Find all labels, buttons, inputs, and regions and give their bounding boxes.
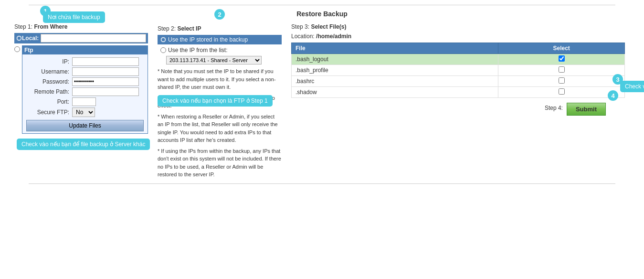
ftp-remotepath-row: Remote Path: / bbox=[26, 87, 144, 96]
step3-panel: Step 3: Select File(s) Location: /home/a… bbox=[286, 23, 630, 116]
note-3: * When restoring a Reseller or Admin, if… bbox=[158, 113, 282, 144]
ftp-secureftp-row: Secure FTP: No Yes bbox=[26, 107, 144, 117]
ftp-remotepath-input[interactable]: / bbox=[72, 87, 139, 96]
ftp-password-input[interactable] bbox=[72, 77, 139, 86]
steps-container: Step 1: From Where Nơi chứa file backup … bbox=[0, 23, 644, 179]
step3-title: Select File(s) bbox=[311, 23, 346, 30]
file-table: File Select .bash_logout .bash_profile bbox=[291, 43, 625, 98]
file-select-cell[interactable] bbox=[498, 87, 625, 98]
table-row: .bash_logout bbox=[292, 54, 625, 65]
ftp-port-input[interactable]: 21 bbox=[72, 97, 96, 106]
ip-list-label: Use the IP from the list: bbox=[168, 47, 228, 54]
file-checkbox[interactable] bbox=[559, 88, 565, 95]
ip-stored-label: Use the IP stored in the backup bbox=[168, 36, 248, 43]
step-number-2: 2 bbox=[214, 9, 225, 20]
local-path-input[interactable]: /home/admin bbox=[41, 34, 146, 43]
table-row: .shadow bbox=[292, 87, 625, 98]
callout-server-backup: Check vào nếu bạn để file backup ở Serve… bbox=[17, 139, 150, 150]
file-checkbox[interactable] bbox=[559, 55, 565, 62]
ftp-username-input[interactable]: admin bbox=[72, 67, 139, 76]
note-1: * Note that you must set the IP to be sh… bbox=[158, 67, 282, 91]
file-select-cell[interactable] bbox=[498, 76, 625, 87]
ip-option-stored[interactable]: Use the IP stored in the backup bbox=[158, 35, 282, 44]
file-name-cell: .bash_profile bbox=[292, 65, 498, 76]
ftp-ip-input[interactable]: 210.245.122.43 bbox=[72, 57, 139, 66]
local-radio[interactable] bbox=[16, 35, 22, 41]
file-checkbox[interactable] bbox=[559, 66, 565, 73]
step3-header: Step 3: Select File(s) bbox=[291, 23, 625, 30]
file-col-header: File bbox=[292, 43, 498, 54]
ip-option-list[interactable]: Use the IP from the list: bbox=[158, 45, 282, 55]
step1-title: From Where bbox=[34, 23, 67, 30]
ftp-password-row: Password: bbox=[26, 77, 144, 86]
bottom-divider bbox=[29, 183, 615, 184]
step2-header: Step 2: Select IP bbox=[158, 25, 282, 32]
secure-ftp-select[interactable]: No Yes bbox=[72, 107, 95, 117]
table-row: .bash_profile bbox=[292, 65, 625, 76]
file-checkbox[interactable] bbox=[559, 77, 565, 84]
file-name-cell: .shadow bbox=[292, 87, 498, 98]
step1-header: Step 1: From Where bbox=[14, 23, 148, 30]
step-number-4: 4 bbox=[608, 90, 618, 101]
step4-row: Step 4: Submit 4 bbox=[291, 98, 625, 116]
ip-dropdown[interactable]: 203.113.173.41 - Shared - Server bbox=[166, 56, 262, 64]
top-divider bbox=[29, 5, 615, 5]
callout-restore-user: Check vào tên User bạn muốn Restore bbox=[620, 81, 644, 92]
ip-stored-radio[interactable] bbox=[160, 37, 166, 43]
step1-panel: Step 1: From Where Nơi chứa file backup … bbox=[14, 23, 153, 134]
submit-button[interactable]: Submit bbox=[567, 103, 606, 116]
callout-ftp-step1: Check vào nếu bạn chọn là FTP ở Step 1 bbox=[158, 95, 273, 107]
update-files-button[interactable]: Update Files bbox=[26, 120, 144, 131]
file-select-cell[interactable] bbox=[498, 65, 625, 76]
callout-backup-location: Nơi chứa file backup bbox=[43, 11, 105, 23]
ip-list-radio[interactable] bbox=[160, 47, 166, 53]
ftp-header: Ftp bbox=[22, 46, 148, 54]
ftp-radio[interactable] bbox=[14, 46, 20, 52]
select-col-header: Select bbox=[498, 43, 625, 54]
file-select-cell[interactable] bbox=[498, 54, 625, 65]
step4-header: Step 4: bbox=[545, 105, 563, 111]
ftp-section: Ftp IP: 210.245.122.43 Username: admin P… bbox=[22, 45, 148, 134]
local-row: Local: /home/admin bbox=[14, 33, 148, 43]
location-value: /home/admin bbox=[316, 33, 351, 40]
file-name-cell: .bashrc bbox=[292, 76, 498, 87]
ftp-port-row: Port: 21 bbox=[26, 97, 144, 106]
note-4: * If using the IPs from within the backu… bbox=[158, 147, 282, 179]
ftp-username-row: Username: admin bbox=[26, 67, 144, 76]
file-name-cell: .bash_logout bbox=[292, 54, 498, 65]
step2-panel: 2 Step 2: Select IP Use the IP stored in… bbox=[153, 23, 286, 179]
step2-title: Select IP bbox=[177, 25, 201, 32]
ip-dropdown-row: 203.113.173.41 - Shared - Server bbox=[166, 56, 282, 64]
table-row: .bashrc bbox=[292, 76, 625, 87]
page-container: Restore Backup Step 1: From Where Nơi ch… bbox=[0, 0, 644, 279]
location-row: Location: /home/admin bbox=[291, 33, 625, 40]
ftp-ip-row: IP: 210.245.122.43 bbox=[26, 57, 144, 66]
